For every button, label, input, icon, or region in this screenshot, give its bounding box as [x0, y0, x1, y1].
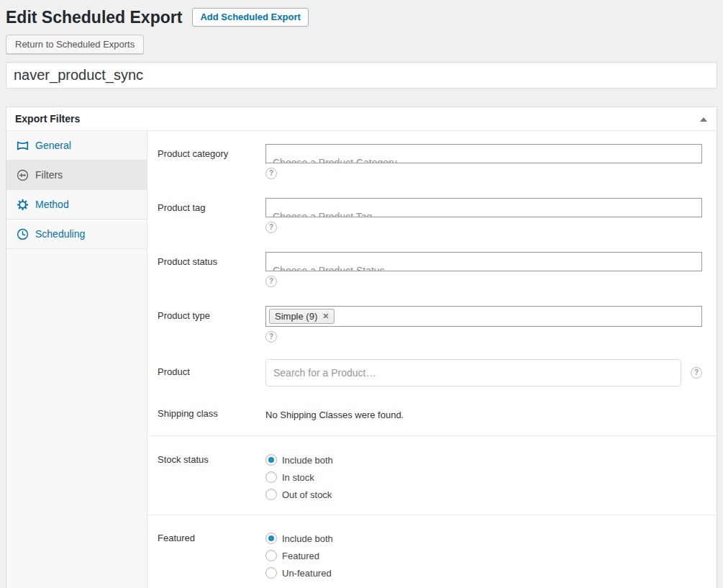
shipping-class-field: No Shipping Classes were found.	[265, 408, 702, 421]
product-label: Product	[158, 359, 265, 386]
product-type-row: Product type Simple (9) ✕ ?	[158, 306, 702, 343]
panel-collapse-button[interactable]	[691, 107, 717, 131]
panel-body: General Filters	[6, 131, 717, 588]
tab-general[interactable]: General	[6, 131, 147, 160]
radio-label: Out of stock	[282, 489, 332, 500]
product-search-input[interactable]	[265, 359, 681, 386]
radio-unselected-icon	[265, 471, 277, 483]
product-type-field: Simple (9) ✕ ?	[265, 306, 702, 343]
product-tag-label: Product tag	[158, 198, 265, 233]
product-status-label: Product status	[158, 252, 265, 287]
product-search-field: ?	[265, 359, 702, 386]
radio-stock-in-stock[interactable]: In stock	[265, 469, 333, 486]
tab-label: Filters	[35, 169, 63, 181]
panel-tabs-sidebar: General Filters	[6, 131, 147, 588]
product-tag-field: Choose a Product Tag… ?	[265, 198, 702, 233]
help-icon[interactable]: ?	[265, 276, 277, 287]
tab-method[interactable]: Method	[6, 190, 147, 220]
filters-fields-section: Product category Choose a Product Catego…	[147, 144, 717, 421]
product-tag-placeholder: Choose a Product Tag…	[273, 211, 382, 217]
sidebar-filler	[6, 249, 147, 588]
help-icon[interactable]: ?	[265, 331, 277, 343]
tab-filters[interactable]: Filters	[6, 160, 147, 190]
help-icon[interactable]: ?	[265, 168, 277, 179]
stock-status-label: Stock status	[158, 451, 265, 503]
radio-label: Un-featured	[282, 568, 332, 579]
panel-title: Export Filters	[6, 107, 717, 131]
radio-label: Include both	[282, 455, 333, 466]
product-category-label: Product category	[158, 144, 265, 179]
featured-options: Include both Featured Un-featured	[265, 530, 333, 582]
product-status-field: Choose a Product Status… ?	[265, 252, 702, 287]
add-scheduled-export-button[interactable]: Add Scheduled Export	[192, 8, 308, 27]
clock-icon	[17, 228, 29, 240]
radio-label: Featured	[282, 551, 319, 561]
shipping-class-row: Shipping class No Shipping Classes were …	[158, 408, 702, 421]
page-title: Edit Scheduled Export	[6, 6, 182, 28]
radio-unselected-icon	[265, 567, 277, 579]
help-icon[interactable]: ?	[265, 222, 277, 233]
shipping-class-message: No Shipping Classes were found.	[265, 410, 404, 420]
filters-form: Product category Choose a Product Catego…	[147, 131, 717, 588]
product-type-multiselect[interactable]: Simple (9) ✕	[265, 306, 702, 327]
selected-token: Simple (9) ✕	[269, 309, 335, 324]
shipping-class-label: Shipping class	[158, 408, 265, 421]
product-type-label: Product type	[158, 306, 265, 343]
stock-status-options: Include both In stock Out of stock	[265, 451, 333, 503]
gear-icon	[17, 199, 29, 211]
product-status-row: Product status Choose a Product Status… …	[158, 252, 702, 287]
product-category-field: Choose a Product Category… ?	[265, 144, 702, 179]
export-name-input[interactable]	[6, 62, 717, 89]
featured-label: Featured	[158, 530, 265, 582]
product-tag-select[interactable]: Choose a Product Tag…	[265, 198, 702, 217]
product-tag-row: Product tag Choose a Product Tag… ?	[158, 198, 702, 233]
selected-token-label: Simple (9)	[275, 311, 317, 322]
remove-token-icon[interactable]: ✕	[322, 312, 329, 320]
tab-scheduling[interactable]: Scheduling	[6, 220, 147, 249]
radio-selected-icon	[265, 533, 277, 544]
ticket-icon	[17, 140, 29, 152]
radio-label: Include both	[282, 533, 333, 544]
radio-stock-include-both[interactable]: Include both	[265, 451, 333, 469]
stock-status-row: Stock status Include both In stock Ou	[147, 436, 717, 515]
product-search-row: Product ?	[158, 359, 702, 386]
product-category-select[interactable]: Choose a Product Category…	[265, 144, 702, 163]
tab-label: Scheduling	[35, 228, 85, 240]
collapse-up-triangle-icon	[700, 117, 707, 122]
radio-featured-un-featured[interactable]: Un-featured	[265, 564, 333, 582]
radio-featured-include-both[interactable]: Include both	[265, 530, 333, 547]
radio-stock-out-of-stock[interactable]: Out of stock	[265, 486, 333, 503]
filter-dial-icon	[17, 169, 29, 181]
radio-unselected-icon	[265, 550, 277, 561]
export-filters-panel: Export Filters General	[6, 107, 717, 588]
product-category-placeholder: Choose a Product Category…	[273, 157, 407, 163]
radio-label: In stock	[282, 472, 314, 483]
tab-label: Method	[35, 199, 69, 210]
radio-selected-icon	[265, 454, 277, 466]
featured-row: Featured Include both Featured Un-fea	[147, 515, 717, 588]
product-category-row: Product category Choose a Product Catego…	[158, 144, 702, 179]
edit-scheduled-export-page: Edit Scheduled Export Add Scheduled Expo…	[0, 0, 723, 588]
product-status-select[interactable]: Choose a Product Status…	[265, 252, 702, 271]
radio-unselected-icon	[265, 489, 277, 500]
help-icon[interactable]: ?	[691, 367, 702, 379]
return-to-scheduled-exports-button[interactable]: Return to Scheduled Exports	[6, 35, 144, 54]
page-header: Edit Scheduled Export Add Scheduled Expo…	[0, 0, 723, 28]
tab-label: General	[35, 140, 71, 151]
radio-featured-featured[interactable]: Featured	[265, 547, 333, 564]
product-status-placeholder: Choose a Product Status…	[273, 265, 395, 271]
export-filters-panel-header: Export Filters	[6, 107, 717, 131]
